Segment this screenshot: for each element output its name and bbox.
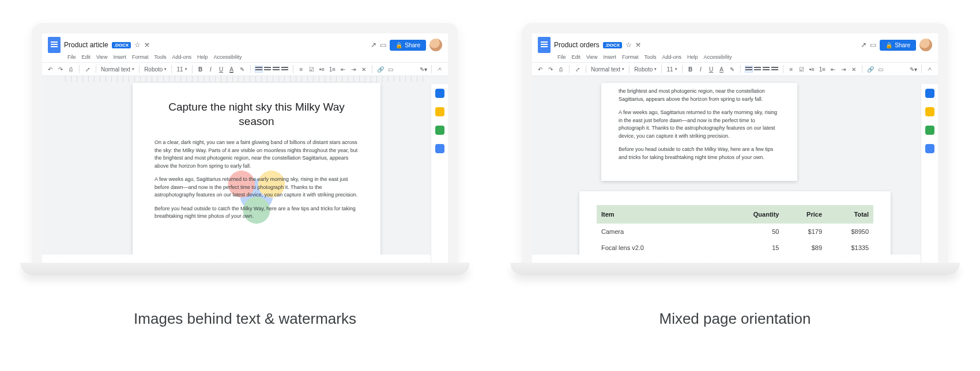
table-row[interactable]: Camera 50 $179 $8950	[597, 224, 873, 240]
textcolor-icon[interactable]: A	[718, 66, 725, 73]
bold-icon[interactable]: B	[197, 66, 204, 73]
menu-addons[interactable]: Add-ons	[662, 54, 681, 60]
undo-icon[interactable]: ↶	[537, 66, 544, 73]
menu-accessibility[interactable]: Accessibility	[213, 54, 242, 60]
star-icon[interactable]: ☆	[134, 41, 141, 49]
move-icon[interactable]: ⤧	[144, 41, 150, 49]
docs-logo-icon[interactable]	[538, 37, 551, 53]
orders-table[interactable]: Item Quantity Price Total Camera 50	[597, 205, 873, 255]
image-icon[interactable]: ▭	[387, 66, 394, 73]
document-title[interactable]: Product article	[64, 41, 108, 49]
paragraph[interactable]: Before you head outside to catch the Mil…	[619, 146, 780, 161]
checklist-icon[interactable]: ☑	[308, 66, 315, 73]
align-justify-icon[interactable]	[771, 66, 778, 72]
comments-icon[interactable]: ▭	[870, 41, 876, 49]
comments-icon[interactable]: ▭	[380, 41, 386, 49]
clear-format-icon[interactable]: ✕	[850, 66, 857, 73]
checklist-icon[interactable]: ☑	[798, 66, 805, 73]
menu-accessibility[interactable]: Accessibility	[703, 54, 732, 60]
menu-format[interactable]: Format	[622, 54, 639, 60]
bulletlist-icon[interactable]: •≡	[319, 66, 326, 73]
styles-dropdown[interactable]: Normal text	[101, 66, 134, 73]
underline-icon[interactable]: U	[218, 66, 225, 73]
table-row[interactable]: Focal lens v2.0 15 $89 $1335	[597, 240, 873, 255]
highlight-icon[interactable]: ✎	[239, 66, 246, 73]
menu-tools[interactable]: Tools	[154, 54, 166, 60]
tasks-addon-icon[interactable]	[925, 126, 934, 135]
menu-file[interactable]: File	[67, 54, 76, 60]
fontsize-dropdown[interactable]: 11	[176, 66, 187, 73]
clear-format-icon[interactable]: ✕	[360, 66, 367, 73]
keep-addon-icon[interactable]	[925, 107, 934, 116]
menu-view[interactable]: View	[96, 54, 107, 60]
share-button[interactable]: 🔒 Share	[880, 40, 916, 51]
menu-help[interactable]: Help	[687, 54, 698, 60]
redo-icon[interactable]: ↷	[57, 66, 64, 73]
numberlist-icon[interactable]: 1≡	[329, 66, 336, 73]
bulletlist-icon[interactable]: •≡	[809, 66, 816, 73]
paragraph[interactable]: the brightest and most photogenic region…	[619, 88, 780, 103]
canvas[interactable]: Capture the night sky this Milky Way sea…	[42, 76, 448, 255]
font-dropdown[interactable]: Roboto	[634, 66, 657, 73]
document-page[interactable]: Capture the night sky this Milky Way sea…	[133, 83, 380, 255]
collapse-icon[interactable]: ㅅ	[436, 65, 443, 73]
editmode-icon[interactable]: ✎▾	[420, 66, 427, 73]
canvas[interactable]: the brightest and most photogenic region…	[532, 76, 938, 255]
align-center-icon[interactable]	[264, 66, 271, 72]
menu-edit[interactable]: Edit	[572, 54, 581, 60]
bold-icon[interactable]: B	[687, 66, 694, 73]
font-dropdown[interactable]: Roboto	[144, 66, 167, 73]
collapse-icon[interactable]: ㅅ	[926, 65, 933, 73]
menu-format[interactable]: Format	[132, 54, 149, 60]
styles-dropdown[interactable]: Normal text	[591, 66, 624, 73]
menu-view[interactable]: View	[586, 54, 597, 60]
editmode-icon[interactable]: ✎▾	[910, 66, 917, 73]
paragraph[interactable]: Before you head outside to catch the Mil…	[154, 205, 359, 221]
account-avatar[interactable]	[919, 39, 932, 51]
activity-icon[interactable]: ↗	[861, 41, 866, 49]
linespacing-icon[interactable]: ≡	[788, 66, 795, 73]
fontsize-dropdown[interactable]: 11	[666, 66, 677, 73]
move-icon[interactable]: ⤧	[635, 41, 641, 49]
align-left-icon[interactable]	[255, 66, 262, 72]
align-right-icon[interactable]	[273, 66, 280, 72]
image-icon[interactable]: ▭	[877, 66, 884, 73]
linespacing-icon[interactable]: ≡	[298, 66, 305, 73]
underline-icon[interactable]: U	[708, 66, 715, 73]
outdent-icon[interactable]: ⇤	[830, 66, 836, 73]
outdent-icon[interactable]: ⇤	[340, 66, 346, 73]
undo-icon[interactable]: ↶	[47, 66, 54, 73]
menu-help[interactable]: Help	[197, 54, 208, 60]
activity-icon[interactable]: ↗	[371, 41, 376, 49]
redo-icon[interactable]: ↷	[547, 66, 554, 73]
align-center-icon[interactable]	[754, 66, 761, 72]
calendar-addon-icon[interactable]	[435, 89, 444, 98]
numberlist-icon[interactable]: 1≡	[819, 66, 826, 73]
align-justify-icon[interactable]	[281, 66, 288, 72]
ruler[interactable]	[65, 76, 425, 82]
menu-insert[interactable]: Insert	[603, 54, 616, 60]
print-icon[interactable]: ⎙	[67, 66, 74, 73]
italic-icon[interactable]: I	[698, 66, 704, 73]
indent-icon[interactable]: ⇥	[840, 66, 847, 73]
align-right-icon[interactable]	[763, 66, 770, 72]
article-heading[interactable]: Capture the night sky this Milky Way sea…	[154, 100, 359, 128]
paragraph[interactable]: A few weeks ago, Sagittarius returned to…	[154, 176, 359, 199]
highlight-icon[interactable]: ✎	[729, 66, 736, 73]
contacts-addon-icon[interactable]	[435, 144, 444, 153]
link-icon[interactable]: 🔗	[867, 66, 874, 73]
zoom-icon[interactable]: ⤢	[574, 66, 581, 73]
tasks-addon-icon[interactable]	[435, 126, 444, 135]
menu-tools[interactable]: Tools	[644, 54, 656, 60]
italic-icon[interactable]: I	[208, 66, 214, 73]
link-icon[interactable]: 🔗	[377, 66, 384, 73]
contacts-addon-icon[interactable]	[925, 144, 934, 153]
textcolor-icon[interactable]: A	[228, 66, 235, 73]
keep-addon-icon[interactable]	[435, 107, 444, 116]
calendar-addon-icon[interactable]	[925, 89, 934, 98]
paragraph[interactable]: On a clear, dark night, you can see a fa…	[154, 139, 359, 170]
menu-addons[interactable]: Add-ons	[172, 54, 191, 60]
docs-logo-icon[interactable]	[48, 37, 61, 53]
landscape-page[interactable]: Item Quantity Price Total Camera 50	[579, 191, 891, 255]
indent-icon[interactable]: ⇥	[350, 66, 357, 73]
